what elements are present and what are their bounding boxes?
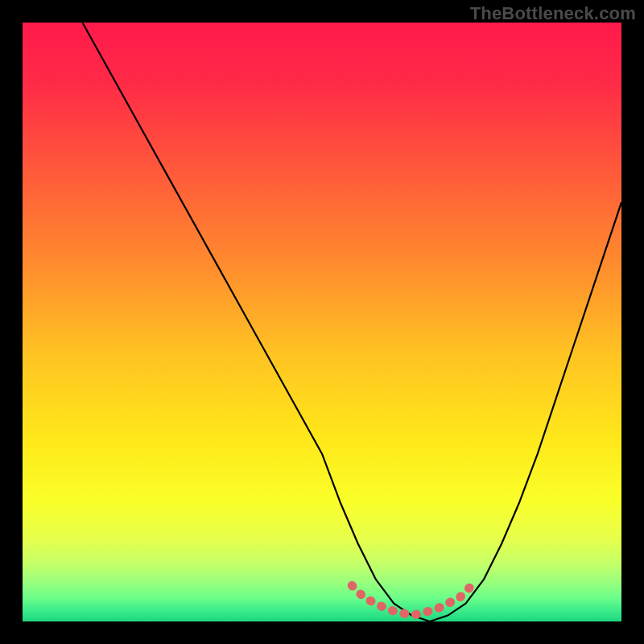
watermark-text: TheBottleneck.com [470, 3, 636, 24]
bottleneck-curve [82, 23, 621, 621]
curve-layer [23, 23, 621, 621]
chart-frame: TheBottleneck.com [0, 0, 644, 644]
plot-area [23, 23, 621, 621]
